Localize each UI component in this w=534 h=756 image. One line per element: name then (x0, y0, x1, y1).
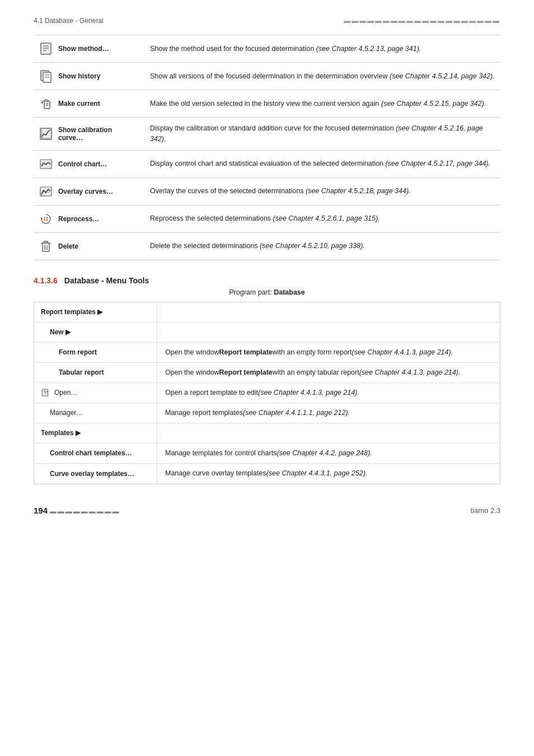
templates-label: Templates ▶ (34, 423, 157, 443)
table-row: Show history Show all versions of the fo… (34, 63, 500, 90)
form-report-label: Form report (34, 343, 157, 362)
list-item: Report templates ▶ (34, 302, 500, 323)
show-history-label: Show history (58, 72, 100, 80)
list-item: Open… Open a report template to edit (se… (34, 383, 500, 403)
show-calibration-item: Show calibrationcurve… (38, 126, 141, 142)
footer-left: 194 ▬▬▬▬▬▬▬▬▬ (34, 506, 120, 515)
reprocess-icon (38, 211, 54, 227)
list-item: New ▶ (34, 323, 500, 343)
table-row: Overlay curves… Overlay the curves of th… (34, 178, 500, 205)
show-history-desc: Show all versions of the focused determi… (146, 63, 500, 90)
delete-icon (38, 239, 54, 254)
manager-label: Manager… (34, 403, 157, 423)
list-item: Control chart templates… Manage template… (34, 444, 500, 464)
make-current-item: Make current (38, 96, 141, 111)
program-part-label: Program part: (229, 288, 271, 296)
show-method-desc: Show the method used for the focused det… (146, 35, 500, 63)
section-heading: 4.1.3.6Database - Menu Tools (34, 276, 500, 285)
list-item: Form report Open the window Report templ… (34, 343, 500, 363)
header-dots: ▬▬▬▬▬▬▬▬▬▬▬▬▬▬▬▬▬▬▬▬ (344, 17, 500, 25)
make-current-icon (38, 96, 54, 111)
make-current-label: Make current (58, 100, 100, 108)
show-history-item: Show history (38, 68, 141, 84)
table-row: Reprocess… Reprocess the selected determ… (34, 205, 500, 232)
list-item: Manager… Manage report templates (see Ch… (34, 403, 500, 423)
list-item: Templates ▶ (34, 423, 500, 444)
open-desc: Open a report template to edit (see Chap… (157, 383, 500, 403)
delete-item: Delete (38, 239, 141, 254)
control-chart-item: Control chart… (38, 156, 141, 172)
page-footer: 194 ▬▬▬▬▬▬▬▬▬ tiamo 2.3 (34, 501, 500, 515)
new-label: New ▶ (34, 323, 157, 342)
show-calibration-icon (38, 126, 54, 142)
top-menu-table: Show method… Show the method used for th… (34, 35, 500, 260)
table-row: Control chart… Display control chart and… (34, 150, 500, 178)
section-label: 4.1 Database - General (34, 17, 104, 25)
footer-dots: ▬▬▬▬▬▬▬▬▬ (50, 507, 120, 515)
control-chart-desc: Display control chart and statistical ev… (146, 150, 500, 178)
program-part: Program part: Database (34, 288, 500, 296)
tabular-report-desc: Open the window Report template with an … (157, 363, 500, 382)
templates-desc (157, 423, 500, 443)
new-desc (157, 323, 500, 342)
svg-rect-19 (43, 243, 49, 251)
show-calibration-desc: Display the calibration or standard addi… (146, 118, 500, 151)
list-item: Curve overlay templates… Manage curve ov… (34, 464, 500, 484)
reprocess-label: Reprocess… (58, 215, 99, 223)
curve-overlay-templates-desc: Manage curve overlay templates (see Chap… (157, 464, 500, 484)
overlay-curves-icon (38, 184, 54, 199)
control-chart-icon (38, 156, 54, 172)
page-header: 4.1 Database - General ▬▬▬▬▬▬▬▬▬▬▬▬▬▬▬▬▬… (34, 17, 500, 25)
tabular-report-label: Tabular report (34, 363, 157, 382)
make-current-desc: Make the old version selected in the his… (146, 90, 500, 118)
overlay-curves-item: Overlay curves… (38, 184, 141, 199)
show-method-item: Show method… (38, 41, 141, 57)
list-item: Tabular report Open the window Report te… (34, 363, 500, 383)
show-method-label: Show method… (58, 45, 109, 53)
table-row: Make current Make the old version select… (34, 90, 500, 118)
overlay-curves-desc: Overlay the curves of the selected deter… (146, 178, 500, 205)
bottom-menu-box: Report templates ▶ New ▶ Form report Ope… (34, 302, 500, 484)
control-chart-templates-label: Control chart templates… (34, 444, 157, 463)
show-history-icon (38, 68, 54, 84)
footer-brand: tiamo 2.3 (471, 506, 500, 515)
page-number: 194 (34, 506, 48, 515)
reprocess-item: Reprocess… (38, 211, 141, 227)
manager-desc: Manage report templates (see Chapter 4.4… (157, 403, 500, 423)
control-chart-label: Control chart… (58, 160, 107, 168)
delete-desc: Delete the selected determinations (see … (146, 232, 500, 260)
form-report-desc: Open the window Report template with an … (157, 343, 500, 362)
svg-rect-0 (41, 43, 51, 54)
curve-overlay-templates-label: Curve overlay templates… (34, 464, 157, 484)
show-method-icon (38, 41, 54, 57)
reprocess-desc: Reprocess the selected determinations (s… (146, 205, 500, 232)
table-row: Delete Delete the selected determination… (34, 232, 500, 260)
table-row: Show method… Show the method used for th… (34, 35, 500, 63)
open-label: Open… (34, 383, 157, 403)
control-chart-templates-desc: Manage templates for control charts (see… (157, 444, 500, 463)
section-title: Database - Menu Tools (64, 276, 149, 285)
table-row: Show calibrationcurve… Display the calib… (34, 118, 500, 151)
svg-marker-18 (40, 217, 43, 220)
section-number: 4.1.3.6 (34, 276, 58, 285)
delete-label: Delete (58, 242, 78, 250)
overlay-curves-label: Overlay curves… (58, 188, 113, 195)
open-icon (41, 388, 51, 398)
report-templates-desc (157, 302, 500, 322)
report-templates-label: Report templates ▶ (34, 302, 157, 322)
program-part-value: Database (274, 288, 305, 296)
show-calibration-label: Show calibrationcurve… (58, 126, 112, 142)
